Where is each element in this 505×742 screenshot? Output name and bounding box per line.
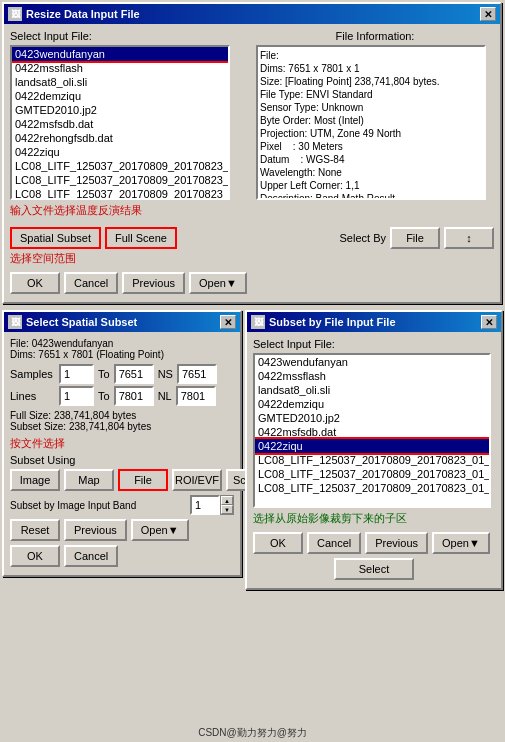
list-item[interactable]: LC08_LITF_125037_20170809_20170823_01_T1: [12, 173, 228, 187]
annotation-spatial: 选择空间范围: [10, 251, 494, 266]
subset-file-window: 🖼 Subset by File Input File ✕ Select Inp…: [245, 310, 503, 590]
resize-title-bar: 🖼 Resize Data Input File ✕: [4, 4, 500, 24]
open-button[interactable]: Open▼: [189, 272, 247, 294]
band-spinner[interactable]: ▲ ▼: [190, 495, 234, 515]
list-item[interactable]: landsat8_oli.sli: [255, 383, 489, 397]
list-item[interactable]: LC08_LITF_125037_20170809_20170823_01_T1: [12, 159, 228, 173]
list-item[interactable]: GMTED2010.jp2: [255, 411, 489, 425]
close-button3[interactable]: ✕: [481, 315, 497, 329]
file-info2: File: 0423wendufanyan Dims: 7651 x 7801 …: [10, 338, 234, 360]
spatial-subset-button[interactable]: Spatial Subset: [10, 227, 101, 249]
subset-size-text: Subset Size: 238,741,804 bytes: [10, 421, 234, 432]
select-button[interactable]: Select: [334, 558, 414, 580]
list-item[interactable]: 0422mssflash: [255, 369, 489, 383]
cancel-button[interactable]: Cancel: [64, 272, 118, 294]
list-item[interactable]: LC08_LITF_125037_20170809_20170823_01_T1: [12, 187, 228, 200]
lines-to-input[interactable]: [114, 386, 154, 406]
roi-evf-button[interactable]: ROI/EVF: [172, 469, 222, 491]
close-button[interactable]: ✕: [480, 7, 496, 21]
list-item[interactable]: GMTED2010.jp2: [12, 103, 228, 117]
list-item[interactable]: 0422rehongfsdb.dat: [12, 131, 228, 145]
list-item[interactable]: LC08_LITF_125037_20170809_20170823_01_T1: [255, 481, 489, 495]
list-item[interactable]: 0422demziqu: [12, 89, 228, 103]
file-info-label: File Information:: [256, 30, 494, 42]
spatial-subset-title: Select Spatial Subset: [26, 316, 137, 328]
previous-button2[interactable]: Previous: [64, 519, 127, 541]
resize-data-window: 🖼 Resize Data Input File ✕ Select Input …: [2, 2, 502, 304]
reset-button[interactable]: Reset: [10, 519, 60, 541]
spatial-subset-title-bar: 🖼 Select Spatial Subset ✕: [4, 312, 240, 332]
sort-button[interactable]: ↕: [444, 227, 494, 249]
file-listbox[interactable]: 0423wendufanyan 0422mssflash landsat8_ol…: [10, 45, 230, 200]
annotation2: 按文件选择: [10, 436, 234, 451]
select-by-label: Select By: [340, 232, 386, 244]
cancel-button3[interactable]: Cancel: [307, 532, 361, 554]
lines-label: Lines: [10, 390, 55, 402]
subset-using-label: Subset Using: [10, 454, 234, 466]
nl-label: NL: [158, 390, 172, 402]
spin-up[interactable]: ▲: [221, 496, 233, 505]
ok-button[interactable]: OK: [10, 272, 60, 294]
select-input-label: Select Input File:: [253, 338, 495, 350]
subset-file-title-bar: 🖼 Subset by File Input File ✕: [247, 312, 501, 332]
resize-title-text: Resize Data Input File: [26, 8, 140, 20]
cancel-button2[interactable]: Cancel: [64, 545, 118, 567]
list-item[interactable]: LC08_LITF_125037_20170809_20170823_01_T1: [255, 453, 489, 467]
open-button2[interactable]: Open▼: [131, 519, 189, 541]
file-select-button[interactable]: File: [390, 227, 440, 249]
previous-button3[interactable]: Previous: [365, 532, 428, 554]
list-item[interactable]: landsat8_oli.sli: [12, 75, 228, 89]
file-info-text2: File: 0423wendufanyan Dims: 7651 x 7801 …: [10, 338, 164, 360]
band-label: Subset by Image Input Band: [10, 500, 186, 511]
list-item[interactable]: 0423wendufanyan: [255, 355, 489, 369]
watermark: CSDN@勤力努力@努力: [0, 726, 505, 740]
full-size-text: Full Size: 238,741,804 bytes: [10, 410, 234, 421]
band-input[interactable]: [190, 495, 220, 515]
full-scene-button[interactable]: Full Scene: [105, 227, 177, 249]
file-info-panel: File: Dims: 7651 x 7801 x 1 Size: [Float…: [256, 45, 486, 200]
file-listbox3[interactable]: 0423wendufanyan 0422mssflash landsat8_ol…: [253, 353, 491, 508]
subset-file-title: Subset by File Input File: [269, 316, 396, 328]
ns-input[interactable]: [177, 364, 217, 384]
samples-to-input[interactable]: [114, 364, 154, 384]
ns-label: NS: [158, 368, 173, 380]
to-label2: To: [98, 390, 110, 402]
ok-button3[interactable]: OK: [253, 532, 303, 554]
annotation3: 选择从原始影像裁剪下来的子区: [253, 511, 495, 526]
annotation1: 输入文件选择温度反演结果: [10, 203, 248, 218]
window3-icon: 🖼: [251, 315, 265, 329]
ok-button2[interactable]: OK: [10, 545, 60, 567]
file-tab-button[interactable]: File: [118, 469, 168, 491]
previous-button[interactable]: Previous: [122, 272, 185, 294]
list-item[interactable]: LC08_LITF_125037_20170809_20170823_01_T1: [255, 467, 489, 481]
list-item[interactable]: 0422msfsdb.dat: [255, 425, 489, 439]
nl-input[interactable]: [176, 386, 216, 406]
open-button3[interactable]: Open▼: [432, 532, 490, 554]
window2-icon: 🖼: [8, 315, 22, 329]
list-item[interactable]: 0422demziqu: [255, 397, 489, 411]
close-button2[interactable]: ✕: [220, 315, 236, 329]
samples-label: Samples: [10, 368, 55, 380]
to-label1: To: [98, 368, 110, 380]
window-icon: 🖼: [8, 7, 22, 21]
input-file-label: Select Input File:: [10, 30, 248, 42]
list-item[interactable]: 0422msfsdb.dat: [12, 117, 228, 131]
list-item[interactable]: 0423wendufanyan: [12, 47, 228, 61]
image-tab-button[interactable]: Image: [10, 469, 60, 491]
spatial-subset-window: 🖼 Select Spatial Subset ✕ File: 0423wend…: [2, 310, 242, 577]
spin-down[interactable]: ▼: [221, 505, 233, 514]
lines-from-input[interactable]: [59, 386, 94, 406]
list-item[interactable]: 0422mssflash: [12, 61, 228, 75]
list-item[interactable]: 0422ziqu: [255, 439, 489, 453]
list-item[interactable]: 0422ziqu: [12, 145, 228, 159]
map-tab-button[interactable]: Map: [64, 469, 114, 491]
samples-from-input[interactable]: [59, 364, 94, 384]
